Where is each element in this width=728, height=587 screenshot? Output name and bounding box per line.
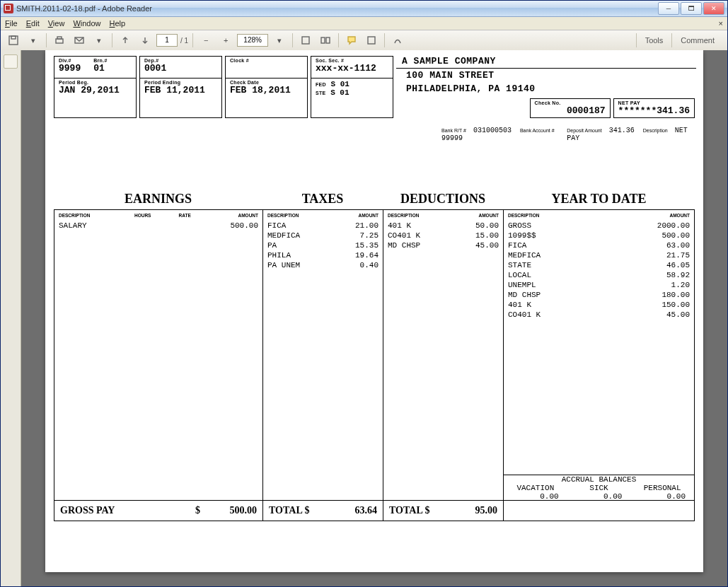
svg-rect-7 [326,37,330,43]
comment-icon[interactable] [343,32,360,49]
address-line1: 100 MAIN STREET [402,69,695,82]
detail-table: DESCRIPTIONHOURSRATEAMOUNT SALARY500.00 … [54,209,695,501]
net-pay-box: NET PAY *******341.36 [613,98,695,118]
svg-rect-8 [368,37,375,44]
line-item: SALARY500.00 [59,221,258,231]
period-beg-label: Period Beg. [59,80,132,85]
bank-acct-value: 99999 [441,134,463,142]
minimize-button[interactable]: ─ [658,2,679,15]
menu-close-icon[interactable]: × [719,19,723,28]
side-panel [1,50,21,586]
brn-label: Brn.# [93,58,107,63]
line-item: 1099$$500.00 [508,231,690,240]
line-item: 401 K50.00 [388,221,499,231]
print-icon[interactable] [51,32,68,49]
dep-label: Dep.# [144,58,217,63]
menu-bar: File Edit View Window Help × [1,17,727,30]
sign-icon[interactable] [389,32,406,49]
deductions-title: DEDUCTIONS [383,192,503,207]
check-no-value: 0000187 [535,105,606,116]
earnings-column: DESCRIPTIONHOURSRATEAMOUNT SALARY500.00 [54,210,263,500]
page-number-input[interactable]: 1 [156,34,178,47]
app-window: SMITH.2011-02-18.pdf - Adobe Reader ─ 🗖 … [0,0,728,587]
line-item: UNEMPL1.20 [508,280,690,290]
deposit-label: Deposit Amount [567,128,601,133]
deductions-column: DESCRIPTIONAMOUNT 401 K50.00CO401 K15.00… [383,210,504,500]
accrual-box: ACCRUAL BALANCES VACATION SICK PERSONAL … [503,475,695,501]
line-item: GROSS2000.00 [508,221,690,231]
section-titles: EARNINGS TAXES DEDUCTIONS YEAR TO DATE [54,192,695,207]
line-item: STATE46.05 [508,260,690,270]
close-button[interactable]: ✕ [703,2,724,15]
line-item: CO401 K15.00 [388,231,499,240]
zoom-dropdown-icon[interactable]: ▾ [271,32,288,49]
email-dropdown-icon[interactable]: ▾ [91,32,108,49]
menu-view[interactable]: View [48,19,65,28]
gross-pay-value: 500.00 [200,505,257,516]
pdf-page: Div.#9999 Brn.#01 Period Beg. JAN 29,201… [45,50,703,572]
line-item: MEDFICA7.25 [267,231,379,240]
tool2-icon[interactable] [317,32,334,49]
page-prev-icon[interactable] [117,32,134,49]
check-date-value: FEB 18,2011 [230,85,303,95]
zoom-input[interactable]: 128% [237,34,268,47]
line-item: MEDFICA21.75 [508,250,690,260]
accrual-title: ACCRUAL BALANCES [504,475,694,484]
tool1-icon[interactable] [297,32,314,49]
fed-label: FED [316,82,326,87]
tools-button[interactable]: Tools [636,33,672,47]
menu-help[interactable]: Help [110,19,126,28]
svg-rect-6 [321,37,325,43]
ste-value: S 01 [330,88,349,97]
menu-edit[interactable]: Edit [26,19,40,28]
ssn-value: xxx-xx-1112 [316,63,388,74]
tax-total-label: TOTAL $ [269,505,309,516]
bank-desc-label: Description [643,128,668,133]
window-title: SMITH.2011-02-18.pdf - Adobe Reader [16,4,658,13]
svg-rect-3 [57,37,62,39]
div-label: Div.# [59,58,81,63]
dep-value: 0001 [144,63,217,74]
bank-rt-value: 031000503 [473,127,512,134]
taxes-title: TAXES [262,192,383,207]
thumbnails-icon[interactable] [4,54,18,69]
save-icon[interactable] [5,32,22,49]
highlight-icon[interactable] [363,32,380,49]
ytd-title: YEAR TO DATE [503,192,695,207]
line-item: MD CHSP180.00 [508,290,690,300]
sick-label: SICK [567,484,631,492]
brn-value: 01 [93,63,107,74]
toolbar: ▾ ▾ 1 / 1 − + 128% ▾ Tools Comment [1,30,727,51]
ste-label: STE [316,91,326,95]
document-area[interactable]: Div.#9999 Brn.#01 Period Beg. JAN 29,201… [21,50,727,586]
maximize-button[interactable]: 🗖 [681,2,702,15]
vacation-label: VACATION [504,484,567,492]
totals-row: GROSS PAY $ 500.00 TOTAL $ 63.64 TOTAL $… [54,501,695,521]
check-date-label: Check Date [230,80,303,85]
check-no-box: Check No. 0000187 [530,98,611,118]
period-end-value: FEB 11,2011 [144,85,217,95]
gross-pay-label: GROSS PAY [60,505,115,516]
ded-total-label: TOTAL $ [389,505,429,516]
line-item: CO401 K45.00 [508,310,690,320]
svg-rect-1 [11,36,16,39]
menu-file[interactable]: File [5,19,18,28]
comment-button[interactable]: Comment [671,33,723,47]
line-item: PA UNEM0.40 [267,260,379,270]
title-bar: SMITH.2011-02-18.pdf - Adobe Reader ─ 🗖 … [1,1,727,17]
taxes-column: DESCRIPTIONAMOUNT FICA21.00MEDFICA7.25PA… [263,210,383,500]
sick-value: 0.00 [567,492,631,501]
page-next-icon[interactable] [137,32,154,49]
svg-rect-0 [9,36,18,45]
save-dropdown-icon[interactable]: ▾ [25,32,42,49]
vacation-value: 0.00 [504,492,567,501]
svg-rect-2 [56,39,63,43]
menu-window[interactable]: Window [73,19,100,28]
bank-rt-label: Bank R/T # [441,128,466,133]
zoom-out-icon[interactable]: − [197,32,214,49]
attachments-icon[interactable] [4,76,17,88]
zoom-in-icon[interactable]: + [217,32,234,49]
div-value: 9999 [59,63,81,74]
email-icon[interactable] [71,32,88,49]
svg-rect-5 [302,37,309,44]
